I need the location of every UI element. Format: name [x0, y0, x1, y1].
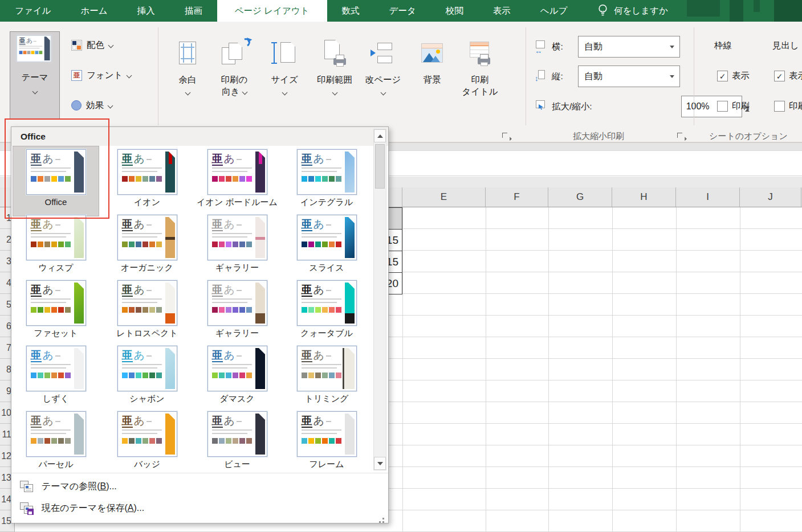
chevron-down-icon [32, 88, 38, 94]
theme-item-label: シャボン [104, 394, 190, 404]
scale-width-select[interactable]: 自動 [578, 36, 680, 58]
scale-height-select[interactable]: 自動 [578, 66, 680, 87]
ribbon-tab-9[interactable]: ヘルプ [526, 0, 583, 22]
theme-item-7[interactable]: 亜あスライス [284, 212, 369, 277]
theme-item-16[interactable]: 亜あパーセル [13, 408, 99, 473]
gallery-scrollbar[interactable] [373, 129, 386, 470]
theme-fonts-button[interactable]: 亜 フォント [71, 68, 131, 83]
scrollbar-thumb[interactable] [375, 144, 385, 189]
theme-item-15[interactable]: 亜あトリミング [284, 343, 369, 408]
tell-me-box[interactable]: 何をしますか [597, 0, 668, 22]
orientation-icon [222, 32, 247, 74]
theme-item-18[interactable]: 亜あビュー [194, 408, 280, 473]
theme-item-label: オーガニック [104, 263, 190, 273]
theme-item-2[interactable]: 亜あイオン ボードルーム [194, 146, 280, 211]
themes-button-thumbnail: 亜あ [17, 35, 53, 68]
page-setup-margins-button[interactable]: 余白 [163, 32, 212, 129]
ribbon-tab-8[interactable]: 表示 [478, 0, 526, 22]
scale-percent-value: 100% [686, 101, 710, 112]
theme-item-6[interactable]: 亜あギャラリー [194, 212, 280, 277]
headings-print-label: 印刷 [789, 100, 802, 112]
scale-dialog-launcher[interactable] [677, 133, 685, 141]
theme-item-11[interactable]: 亜あクォータブル [284, 277, 369, 342]
browse-themes-menu-item[interactable]: テーマの参照(B)... [12, 476, 372, 497]
column-header-F[interactable]: F [486, 187, 548, 207]
sheet-options-group-label: シートのオプション [700, 131, 797, 142]
chevron-down-icon [282, 89, 287, 95]
ribbon-tab-6[interactable]: データ [374, 0, 431, 22]
column-header-G[interactable]: G [548, 187, 612, 207]
ribbon-tab-7[interactable]: 校閲 [431, 0, 478, 22]
page-setup-breaks-button[interactable]: 改ページ [359, 32, 408, 129]
group-divider [526, 27, 526, 125]
page-setup-item-label: 印刷範囲 [317, 74, 352, 86]
gridlines-print-checkbox[interactable] [717, 101, 728, 112]
scroll-down-button[interactable] [374, 457, 386, 470]
scale-width-label: 横: [552, 41, 563, 53]
theme-effects-icon [71, 100, 82, 111]
ribbon-tab-1[interactable]: ホーム [66, 0, 122, 22]
scale-height-value: 自動 [584, 71, 602, 83]
ribbon: 亜あ テーマ 配色 亜 フォント 効果 余白印刷の 向きサイズ印刷範囲改ページ背… [0, 22, 802, 142]
scale-group-label: 拡大縮小印刷 [547, 131, 650, 142]
ribbon-tab-4[interactable]: ページ レイアウト [217, 0, 327, 22]
column-header-H[interactable]: H [612, 187, 676, 207]
background-icon [421, 32, 443, 74]
grid-line [402, 207, 403, 532]
ribbon-tab-3[interactable]: 描画 [170, 0, 217, 22]
page-setup-item-label: 余白 [179, 74, 197, 86]
theme-item-12[interactable]: 亜あしずく [13, 343, 99, 408]
themes-button[interactable]: 亜あ テーマ [10, 31, 60, 120]
theme-item-9[interactable]: 亜あレトロスペクト [104, 277, 190, 342]
theme-item-1[interactable]: 亜あイオン [104, 146, 190, 211]
theme-item-17[interactable]: 亜あバッジ [104, 408, 190, 473]
theme-item-label: ダマスク [194, 394, 280, 404]
theme-item-label: レトロスペクト [104, 328, 190, 339]
theme-item-14[interactable]: 亜あダマスク [194, 343, 280, 408]
theme-item-label: クォータブル [284, 328, 369, 339]
ribbon-tab-5[interactable]: 数式 [327, 0, 374, 22]
chevron-down-icon [127, 72, 132, 78]
theme-item-8[interactable]: 亜あファセット [13, 277, 99, 342]
page-setup-dialog-launcher[interactable] [502, 133, 510, 141]
print-titles-icon [470, 32, 490, 74]
grid-line [548, 207, 549, 532]
theme-effects-button[interactable]: 効果 [71, 98, 112, 113]
scale-percent-label: 拡大/縮小: [552, 101, 592, 113]
theme-item-13[interactable]: 亜あシャボン [104, 343, 190, 408]
page-setup-background-button[interactable]: 背景 [408, 32, 457, 129]
theme-colors-button[interactable]: 配色 [71, 38, 113, 52]
theme-item-19[interactable]: 亜あフレーム [284, 408, 369, 473]
page-setup-print-titles-button[interactable]: 印刷 タイトル [455, 32, 504, 129]
page-setup-orientation-button[interactable]: 印刷の 向き [210, 32, 259, 129]
page-setup-print-area-button[interactable]: 印刷範囲 [310, 32, 359, 129]
column-header-E[interactable]: E [402, 187, 486, 207]
annotation-red-box [5, 118, 109, 219]
headings-print-checkbox[interactable] [774, 101, 785, 112]
menu-item-label: 現在のテーマを保存(A)... [42, 502, 144, 514]
gridlines-header: 枠線 [714, 40, 732, 52]
ribbon-tab-0[interactable]: ファイル [0, 0, 66, 22]
theme-item-3[interactable]: 亜あインテグラル [284, 146, 369, 211]
theme-item-label: ギャラリー [194, 263, 280, 273]
headings-view-checkbox[interactable]: ✓ [774, 71, 785, 81]
gridlines-print-label: 印刷 [732, 100, 750, 112]
lightbulb-icon [597, 3, 608, 18]
scroll-up-button[interactable] [374, 129, 386, 142]
page-setup-item-label: 印刷 タイトル [462, 74, 498, 98]
theme-item-10[interactable]: 亜あギャラリー [194, 277, 280, 342]
gridlines-view-checkbox[interactable]: ✓ [717, 71, 728, 81]
grid-line [676, 207, 677, 532]
save-current-theme-menu-item[interactable]: 現在のテーマを保存(A)... [12, 497, 372, 519]
theme-item-label: フレーム [284, 459, 369, 470]
column-header-J[interactable]: J [740, 187, 801, 207]
ribbon-tab-2[interactable]: 挿入 [123, 0, 170, 22]
resize-grip[interactable] [382, 518, 384, 519]
theme-item-4[interactable]: 亜あウィスプ [13, 212, 99, 277]
theme-item-label: しずく [13, 394, 99, 404]
theme-item-label: ギャラリー [194, 328, 280, 339]
page-setup-size-button[interactable]: サイズ [260, 32, 309, 129]
theme-item-5[interactable]: 亜あオーガニック [104, 212, 190, 277]
column-header-I[interactable]: I [676, 187, 740, 207]
theme-item-label: ウィスプ [13, 263, 99, 273]
